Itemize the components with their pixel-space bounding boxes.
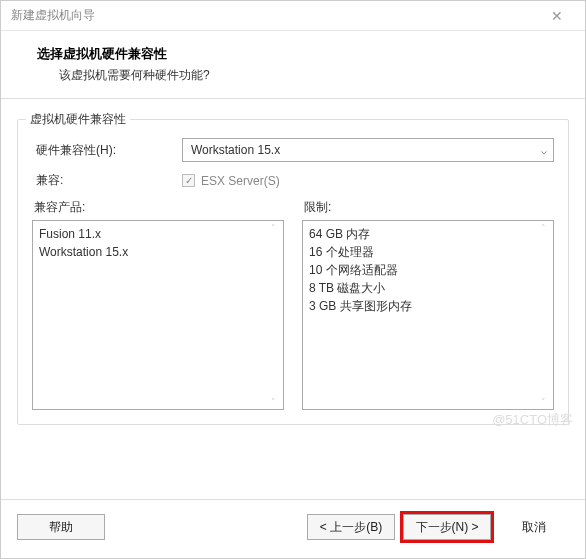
wizard-body: 虚拟机硬件兼容性 硬件兼容性(H): Workstation 15.x ⌵ 兼容… — [1, 99, 585, 499]
chevron-down-icon: ⌵ — [541, 145, 547, 156]
footer-right: < 上一步(B) 下一步(N) > 取消 — [307, 514, 569, 540]
list-item: 3 GB 共享图形内存 — [309, 297, 547, 315]
help-button[interactable]: 帮助 — [17, 514, 105, 540]
list-item: Workstation 15.x — [39, 243, 277, 261]
columns: 兼容产品: Fusion 11.x Workstation 15.x ˄ ˅ 限… — [32, 199, 554, 410]
window-title: 新建虚拟机向导 — [11, 7, 95, 24]
limits-column: 限制: 64 GB 内存 16 个处理器 10 个网络适配器 8 TB 磁盘大小… — [302, 199, 554, 410]
limits-label: 限制: — [302, 199, 554, 216]
next-button[interactable]: 下一步(N) > — [403, 514, 491, 540]
compat-select-value: Workstation 15.x — [191, 143, 280, 157]
scroll-up-icon: ˄ — [541, 223, 546, 233]
scrollbar[interactable]: ˄ ˅ — [265, 223, 281, 407]
esx-checkbox[interactable]: ✓ — [182, 174, 195, 187]
compat-fieldset: 虚拟机硬件兼容性 硬件兼容性(H): Workstation 15.x ⌵ 兼容… — [17, 119, 569, 425]
compat-with-label: 兼容: — [32, 172, 182, 189]
next-button-label: 下一步(N) > — [416, 519, 479, 536]
list-item: 64 GB 内存 — [309, 225, 547, 243]
cancel-button-label: 取消 — [522, 519, 546, 536]
esx-label: ESX Server(S) — [201, 174, 280, 188]
close-button[interactable]: ✕ — [537, 2, 577, 30]
products-label: 兼容产品: — [32, 199, 284, 216]
help-button-label: 帮助 — [49, 519, 73, 536]
scroll-up-icon: ˄ — [271, 223, 276, 233]
wizard-footer: 帮助 < 上一步(B) 下一步(N) > 取消 — [1, 499, 585, 558]
scroll-down-icon: ˅ — [541, 397, 546, 407]
cancel-button[interactable]: 取消 — [499, 514, 569, 540]
wizard-header: 选择虚拟机硬件兼容性 该虚拟机需要何种硬件功能? — [1, 31, 585, 99]
compat-row: 硬件兼容性(H): Workstation 15.x ⌵ — [32, 138, 554, 162]
back-button[interactable]: < 上一步(B) — [307, 514, 395, 540]
list-item: 16 个处理器 — [309, 243, 547, 261]
compat-label: 硬件兼容性(H): — [32, 142, 182, 159]
list-item: 10 个网络适配器 — [309, 261, 547, 279]
wizard-window: 新建虚拟机向导 ✕ 选择虚拟机硬件兼容性 该虚拟机需要何种硬件功能? 虚拟机硬件… — [0, 0, 586, 559]
header-subtitle: 该虚拟机需要何种硬件功能? — [37, 67, 565, 84]
products-column: 兼容产品: Fusion 11.x Workstation 15.x ˄ ˅ — [32, 199, 284, 410]
back-button-label: < 上一步(B) — [320, 519, 382, 536]
compat-with-row: 兼容: ✓ ESX Server(S) — [32, 172, 554, 189]
scroll-down-icon: ˅ — [271, 397, 276, 407]
limits-listbox[interactable]: 64 GB 内存 16 个处理器 10 个网络适配器 8 TB 磁盘大小 3 G… — [302, 220, 554, 410]
header-title: 选择虚拟机硬件兼容性 — [37, 45, 565, 63]
list-item: Fusion 11.x — [39, 225, 277, 243]
scrollbar[interactable]: ˄ ˅ — [535, 223, 551, 407]
products-listbox[interactable]: Fusion 11.x Workstation 15.x ˄ ˅ — [32, 220, 284, 410]
esx-checkbox-group: ✓ ESX Server(S) — [182, 174, 280, 188]
list-item: 8 TB 磁盘大小 — [309, 279, 547, 297]
fieldset-legend: 虚拟机硬件兼容性 — [26, 111, 130, 128]
compat-select[interactable]: Workstation 15.x ⌵ — [182, 138, 554, 162]
close-icon: ✕ — [551, 8, 563, 24]
titlebar: 新建虚拟机向导 ✕ — [1, 1, 585, 31]
